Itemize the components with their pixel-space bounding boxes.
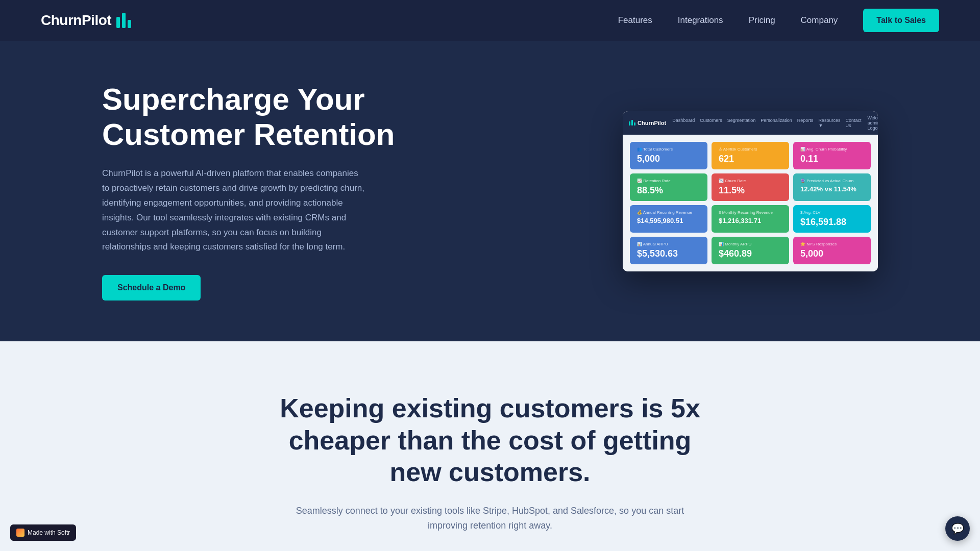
- hero-section: Supercharge Your Customer Retention Chur…: [0, 41, 980, 341]
- logo-bar-1: [116, 17, 120, 28]
- nav-company[interactable]: Company: [801, 15, 838, 26]
- dash-logo: ChurnPilot: [629, 120, 666, 126]
- metric-label: 💰 Annual Recurring Revenue: [637, 210, 700, 215]
- metric-retention: 📈 Retention Rate 88.5%: [630, 173, 707, 201]
- metric-value: 88.5%: [637, 185, 700, 196]
- value-prop-description: Seamlessly connect to your existing tool…: [291, 504, 689, 534]
- value-prop-title: Keeping existing customers is 5x cheaper…: [260, 392, 720, 488]
- metric-clv: $ Avg. CLV $16,591.88: [793, 205, 871, 233]
- metric-value: 0.11: [800, 154, 864, 164]
- metric-value: $14,595,980.51: [637, 217, 700, 224]
- metric-value: $460.89: [719, 248, 782, 259]
- nav-integrations[interactable]: Integrations: [678, 15, 723, 26]
- nav-features[interactable]: Features: [618, 15, 652, 26]
- metric-value: $16,591.88: [800, 217, 864, 228]
- metric-label: ⚠ At-Risk Customers: [719, 147, 782, 152]
- logo-bar-3: [128, 20, 131, 28]
- dash-user: Welcome, admin Logout: [867, 115, 878, 131]
- hero-title: Supercharge Your Customer Retention: [102, 82, 395, 152]
- dash-grid-container: 👥 Total Customers 5,000 ⚠ At-Risk Custom…: [623, 135, 878, 271]
- softr-badge[interactable]: Made with Softr: [10, 524, 76, 541]
- metrics-grid: 👥 Total Customers 5,000 ⚠ At-Risk Custom…: [630, 142, 871, 264]
- nav-links: Features Integrations Pricing Company Ta…: [618, 9, 939, 32]
- dash-nav: Dashboard Customers Segmentation Persona…: [672, 118, 861, 128]
- metric-total-customers: 👥 Total Customers 5,000: [630, 142, 707, 169]
- schedule-demo-button[interactable]: Schedule a Demo: [102, 275, 201, 300]
- metric-value: 5,000: [637, 154, 700, 164]
- dash-topbar: ChurnPilot Dashboard Customers Segmentat…: [623, 111, 878, 135]
- logo[interactable]: ChurnPilot: [41, 12, 131, 29]
- metric-label: $ Avg. CLV: [800, 210, 864, 215]
- metric-value: 5,000: [800, 248, 864, 259]
- hero-content: Supercharge Your Customer Retention Chur…: [102, 82, 395, 300]
- metric-churn-rate: 📉 Churn Rate 11.5%: [712, 173, 789, 201]
- dashboard-mockup: ChurnPilot Dashboard Customers Segmentat…: [623, 111, 878, 271]
- metric-label: 👥 Total Customers: [637, 147, 700, 152]
- metric-value: 621: [719, 154, 782, 164]
- metric-label: 📊 Monthly ARPU: [719, 242, 782, 246]
- metric-label: $ Monthly Recurring Revenue: [719, 210, 782, 215]
- metric-predicted-churn: 🔮 Predicted vs Actual Churn 12.42% vs 11…: [793, 173, 871, 201]
- softr-label: Made with Softr: [28, 529, 70, 536]
- talk-to-sales-button[interactable]: Talk to Sales: [863, 9, 939, 32]
- metric-label: 📊 Annual ARPU: [637, 242, 700, 246]
- navbar: ChurnPilot Features Integrations Pricing…: [0, 0, 980, 41]
- logo-bars-icon: [116, 13, 131, 28]
- metric-label: 📊 Avg. Churn Probability: [800, 147, 864, 152]
- chat-icon: 💬: [951, 522, 964, 535]
- metric-arr: 💰 Annual Recurring Revenue $14,595,980.5…: [630, 205, 707, 233]
- logo-text: ChurnPilot: [41, 12, 111, 29]
- metric-label: 📈 Retention Rate: [637, 179, 700, 183]
- metric-value: $5,530.63: [637, 248, 700, 259]
- hero-description: ChurnPilot is a powerful AI-driven platf…: [102, 166, 368, 255]
- metric-value: 12.42% vs 11.54%: [800, 185, 864, 193]
- value-prop-section: Keeping existing customers is 5x cheaper…: [0, 341, 980, 551]
- chat-widget-button[interactable]: 💬: [945, 516, 970, 541]
- metric-label: 🔮 Predicted vs Actual Churn: [800, 179, 864, 183]
- metric-churn-prob: 📊 Avg. Churn Probability 0.11: [793, 142, 871, 169]
- metric-nps: ⭐ NPS Responses 5,000: [793, 237, 871, 264]
- metric-label: ⭐ NPS Responses: [800, 242, 864, 246]
- metric-value: 11.5%: [719, 185, 782, 196]
- metric-monthly-arpu: 📊 Monthly ARPU $460.89: [712, 237, 789, 264]
- nav-pricing[interactable]: Pricing: [749, 15, 775, 26]
- logo-bar-2: [122, 13, 126, 28]
- metric-at-risk: ⚠ At-Risk Customers 621: [712, 142, 789, 169]
- metric-value: $1,216,331.71: [719, 217, 782, 224]
- metric-label: 📉 Churn Rate: [719, 179, 782, 183]
- metric-mrr: $ Monthly Recurring Revenue $1,216,331.7…: [712, 205, 789, 233]
- metric-annual-arpu: 📊 Annual ARPU $5,530.63: [630, 237, 707, 264]
- softr-icon: [16, 529, 24, 537]
